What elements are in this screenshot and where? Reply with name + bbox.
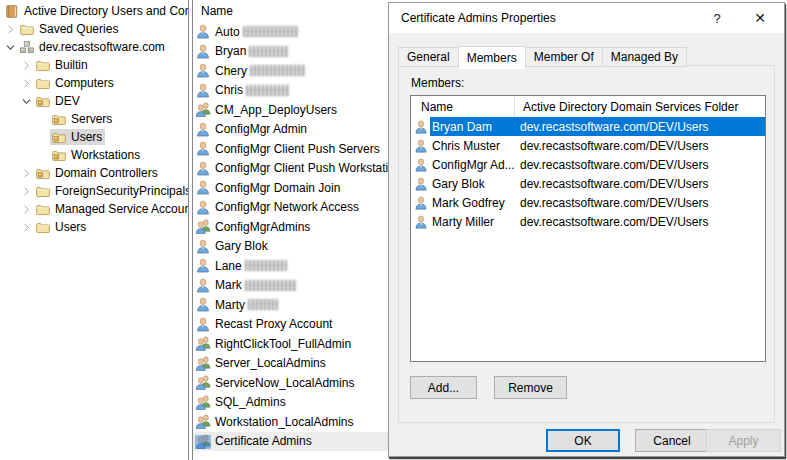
object-list: AutoBryanCheryChrisCM_App_DeployUsersCon… — [193, 22, 388, 451]
chevron-right-icon[interactable] — [20, 203, 33, 216]
list-item-label: RightClickTool_FullAdmin — [215, 337, 351, 351]
list-item-configmgr-client-push-workstations[interactable]: ConfigMgr Client Push Workstations — [193, 159, 388, 179]
tree-item-managed-service-accounts[interactable]: Managed Service Accounts — [0, 200, 188, 218]
help-button[interactable]: ? — [701, 3, 733, 33]
dialog-titlebar: Certificate Admins Properties ? ✕ — [389, 3, 784, 33]
tree-item-active-directory-users-and-com[interactable]: Active Directory Users and Com — [0, 2, 188, 20]
list-item-label: Mark — [215, 278, 242, 292]
tree-item-saved-queries[interactable]: Saved Queries — [0, 20, 188, 38]
tree-item-domain-controllers[interactable]: Domain Controllers — [0, 164, 188, 182]
chevron-right-icon[interactable] — [20, 167, 33, 180]
list-item-certificate-admins[interactable]: Certificate Admins — [193, 432, 388, 452]
list-item-configmgradmins[interactable]: ConfigMgrAdmins — [193, 217, 388, 237]
member-folder: dev.recastsoftware.com/DEV/Users — [520, 120, 709, 134]
list-item-bryan[interactable]: Bryan — [193, 42, 388, 62]
tab-members[interactable]: Members — [458, 46, 526, 69]
member-row-gary-blok[interactable]: Gary Blokdev.recastsoftware.com/DEV/User… — [411, 174, 765, 193]
tree-item-dev[interactable]: DEV — [0, 92, 188, 110]
list-item-workstation-localadmins[interactable]: Workstation_LocalAdmins — [193, 412, 388, 432]
list-item-configmgr-admin[interactable]: ConfigMgr Admin — [193, 120, 388, 140]
tree-item-users[interactable]: Users — [0, 128, 188, 146]
column-header-folder[interactable]: Active Directory Domain Services Folder — [515, 100, 738, 114]
tab-managed-by[interactable]: Managed By — [602, 47, 687, 67]
tree-item-servers[interactable]: Servers — [0, 110, 188, 128]
ou-icon — [35, 166, 51, 181]
list-item-label: Server_LocalAdmins — [215, 356, 326, 370]
close-icon[interactable]: ✕ — [744, 3, 776, 33]
list-item-configmgr-network-access[interactable]: ConfigMgr Network Access — [193, 198, 388, 218]
member-row-chris-muster[interactable]: Chris Musterdev.recastsoftware.com/DEV/U… — [411, 136, 765, 155]
tree-item-dev-recastsoftware-com[interactable]: dev.recastsoftware.com — [0, 38, 188, 56]
ou-icon — [51, 130, 67, 145]
list-item-configmgr-domain-join[interactable]: ConfigMgr Domain Join — [193, 178, 388, 198]
members-listview: Name Active Directory Domain Services Fo… — [410, 95, 766, 362]
ok-button[interactable]: OK — [546, 429, 620, 452]
member-row-mark-godfrey[interactable]: Mark Godfreydev.recastsoftware.com/DEV/U… — [411, 193, 765, 212]
chevron-right-icon[interactable] — [4, 23, 17, 36]
chevron-right-icon[interactable] — [20, 77, 33, 90]
add-button[interactable]: Add... — [410, 376, 477, 399]
list-item-mark[interactable]: Mark — [193, 276, 388, 296]
member-name: ConfigMgr Ad... — [430, 158, 520, 172]
member-row-marty-miller[interactable]: Marty Millerdev.recastsoftware.com/DEV/U… — [411, 212, 765, 231]
properties-dialog: Certificate Admins Properties ? ✕ Genera… — [388, 2, 785, 457]
list-item-label: ConfigMgrAdmins — [215, 220, 310, 234]
list-item-lane[interactable]: Lane — [193, 256, 388, 276]
user-icon — [195, 83, 211, 98]
list-item-cm-app-deployusers[interactable]: CM_App_DeployUsers — [193, 100, 388, 120]
list-item-servicenow-localadmins[interactable]: ServiceNow_LocalAdmins — [193, 373, 388, 393]
cancel-button[interactable]: Cancel — [635, 429, 709, 452]
member-name: Marty Miller — [430, 215, 520, 229]
list-item-label: ConfigMgr Admin — [215, 122, 307, 136]
group-icon — [195, 336, 211, 351]
list-item-auto[interactable]: Auto — [193, 22, 388, 42]
list-item-label: Chris — [215, 83, 243, 97]
chevron-down-icon[interactable] — [4, 41, 17, 54]
redacted-text — [246, 85, 290, 96]
tree-item-foreignsecurityprincipals[interactable]: ForeignSecurityPrincipals — [0, 182, 188, 200]
list-item-gary-blok[interactable]: Gary Blok — [193, 237, 388, 257]
column-header-name[interactable]: Name — [193, 0, 388, 22]
remove-button[interactable]: Remove — [494, 376, 567, 399]
list-item-chris[interactable]: Chris — [193, 81, 388, 101]
folder-icon — [35, 202, 51, 217]
tab-member-of[interactable]: Member Of — [525, 47, 603, 67]
user-icon — [195, 317, 211, 332]
list-item-chery[interactable]: Chery — [193, 61, 388, 81]
user-icon — [195, 122, 211, 137]
chevron-right-icon[interactable] — [20, 59, 33, 72]
list-item-marty[interactable]: Marty — [193, 295, 388, 315]
member-folder: dev.recastsoftware.com/DEV/Users — [520, 215, 709, 229]
chevron-down-icon[interactable] — [20, 95, 33, 108]
chevron-right-icon[interactable] — [20, 221, 33, 234]
list-item-sql-admins[interactable]: SQL_Admins — [193, 393, 388, 413]
user-icon — [195, 141, 211, 156]
tree-item-label: Domain Controllers — [55, 166, 158, 180]
member-row-configmgr-ad[interactable]: ConfigMgr Ad...dev.recastsoftware.com/DE… — [411, 155, 765, 174]
member-row-bryan-dam[interactable]: Bryan Damdev.recastsoftware.com/DEV/User… — [411, 117, 765, 136]
tab-strip: GeneralMembersMember OfManaged By — [398, 46, 686, 67]
tree-item-computers[interactable]: Computers — [0, 74, 188, 92]
list-item-label: ConfigMgr Client Push Workstations — [215, 161, 388, 175]
chevron-spacer — [36, 149, 49, 162]
tree-item-label: dev.recastsoftware.com — [39, 40, 165, 54]
apply-button[interactable]: Apply — [706, 429, 781, 452]
dialog-title: Certificate Admins Properties — [401, 11, 556, 25]
list-item-rightclicktool-fulladmin[interactable]: RightClickTool_FullAdmin — [193, 334, 388, 354]
column-header-member-name[interactable]: Name — [411, 96, 515, 117]
list-item-label: SQL_Admins — [215, 395, 286, 409]
list-item-server-localadmins[interactable]: Server_LocalAdmins — [193, 354, 388, 374]
user-icon — [195, 297, 211, 312]
user-icon — [195, 200, 211, 215]
list-item-recast-proxy-account[interactable]: Recast Proxy Account — [193, 315, 388, 335]
tree-item-label: Managed Service Accounts — [55, 202, 189, 216]
group-icon — [195, 102, 211, 117]
tree-item-workstations[interactable]: Workstations — [0, 146, 188, 164]
chevron-right-icon[interactable] — [20, 185, 33, 198]
user-icon — [414, 196, 428, 210]
tree-item-users[interactable]: Users — [0, 218, 188, 236]
tab-general[interactable]: General — [398, 47, 459, 67]
tree-item-builtin[interactable]: Builtin — [0, 56, 188, 74]
ou-icon — [35, 94, 51, 109]
list-item-configmgr-client-push-servers[interactable]: ConfigMgr Client Push Servers — [193, 139, 388, 159]
